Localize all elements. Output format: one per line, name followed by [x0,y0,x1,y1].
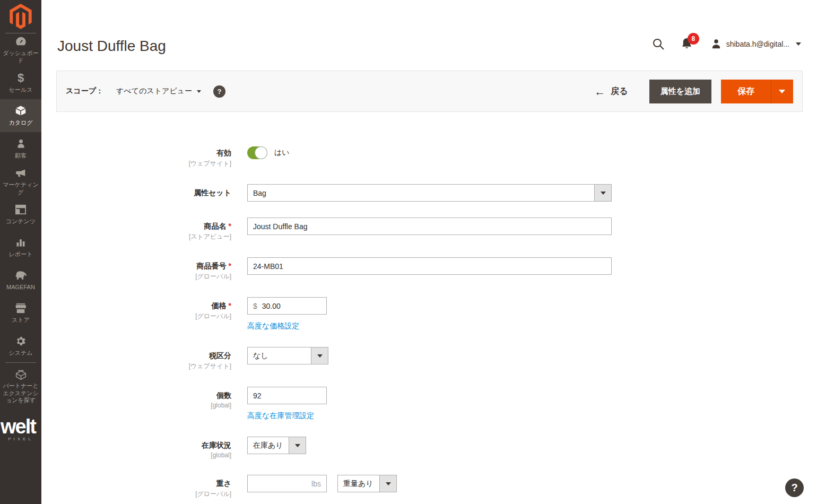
field-label: 税区分 [ウェブサイト] [41,347,247,371]
sidebar-item-catalog[interactable]: カタログ [0,99,41,132]
product-name-input[interactable] [247,218,612,235]
sidebar-item-label: 顧客 [14,152,27,160]
price-field: $ [247,297,327,315]
magento-logo-icon [10,4,32,29]
form-row-weight: 重さ [グローバル] lbs 重量あり [41,475,817,499]
page-actions-bar: スコープ： すべてのストアビュー ? ← 戻る 属性を追加 保存 [56,71,803,112]
store-view-scope-select[interactable]: すべてのストアビュー [116,86,201,96]
sidebar-item-label: パートナーとエクステンションを探す [1,383,41,404]
weight-type-select[interactable]: 重量あり [337,475,397,492]
page-header: Joust Duffle Bag 8 shibata.h@digita [41,0,817,71]
form-row-price: 価格* [グローバル] $ 高度な価格設定 [41,297,817,331]
chevron-down-icon [289,437,306,454]
bar-chart-icon [15,237,26,249]
form-row-enable: 有効 [ウェブサイト] はい [41,146,817,168]
main-content: Joust Duffle Bag 8 shibata.h@digita [41,0,817,504]
sidebar-item-marketing[interactable]: マーケティング [0,165,41,198]
action-buttons: ← 戻る 属性を追加 保存 [594,80,793,103]
sidebar-item-system[interactable]: システム [0,329,41,362]
advanced-inventory-link[interactable]: 高度な在庫管理設定 [247,411,314,421]
sidebar-item-label: システム [8,350,33,357]
scope-label: スコープ： [66,86,103,96]
sidebar-item-label: レポート [8,251,33,258]
sidebar-item-magefan[interactable]: MAGEFAN [0,264,41,297]
sidebar-item-label: ダッシュボード [0,50,41,65]
form-row-attribute-set: 属性セット Bag [41,184,817,202]
sku-input[interactable] [247,257,612,275]
sidebar-item-reports[interactable]: レポート [0,231,41,264]
required-mark: * [229,262,231,270]
save-button[interactable]: 保存 [721,80,771,103]
sidebar-item-label: セールス [8,86,33,94]
user-email: shibata.h@digital... [726,40,789,48]
dashboard-gauge-icon [15,36,27,48]
header-actions: 8 shibata.h@digital... [652,37,801,50]
field-label: 重さ [グローバル] [41,475,247,499]
product-edit-form: 有効 [ウェブサイト] はい 属性セット Bag [41,146,817,504]
quantity-field [247,387,327,404]
user-avatar-icon [711,38,722,50]
megaphone-icon [14,167,27,179]
price-input[interactable] [262,298,321,314]
chevron-down-icon [379,475,396,492]
quantity-input[interactable] [253,387,321,404]
enable-toggle[interactable] [247,146,267,159]
form-row-stock-status: 在庫状況 [global] 在庫あり [41,437,817,459]
page-title: Joust Duffle Bag [57,38,166,55]
person-icon [16,138,26,150]
notifications-bell-icon[interactable]: 8 [681,37,693,50]
field-label: 属性セット [41,184,247,202]
add-attribute-button[interactable]: 属性を追加 [649,80,711,103]
currency-prefix: $ [253,302,257,310]
layout-icon [15,204,27,216]
form-row-sku: 商品番号* [グローバル] [41,257,817,281]
storefront-icon [15,302,27,315]
field-label: 商品番号* [グローバル] [41,257,247,281]
back-arrow-icon: ← [594,86,605,97]
weight-input[interactable] [253,475,307,492]
tax-class-select[interactable]: なし [247,347,328,364]
admin-sidebar: ダッシュボード $ セールス カタログ 顧客 マーケ [0,0,41,504]
catalog-box-icon [15,105,27,117]
form-row-product-name: 商品名* [ストアビュー] [41,218,817,241]
chevron-down-icon [311,347,328,364]
sidebar-item-label: MAGEFAN [6,284,36,291]
field-label: 価格* [グローバル] [41,297,247,331]
back-button[interactable]: ← 戻る [594,86,628,97]
stock-status-select[interactable]: 在庫あり [247,437,306,454]
weltpixel-logo[interactable]: welt PIXEL [0,418,41,441]
magento-logo[interactable] [0,0,41,33]
sidebar-item-content[interactable]: コンテンツ [0,198,41,231]
sidebar-item-dashboard[interactable]: ダッシュボード [0,33,41,66]
elephant-icon [14,270,28,282]
save-options-toggle[interactable] [771,80,793,103]
field-label: 個数 [global] [41,387,247,421]
save-split-button: 保存 [721,80,793,103]
field-label: 商品名* [ストアビュー] [41,218,247,241]
toggle-knob [255,146,267,159]
sidebar-item-sales[interactable]: $ セールス [0,66,41,99]
form-row-quantity: 個数 [global] 高度な在庫管理設定 [41,387,817,421]
chevron-down-icon [594,185,611,201]
attribute-set-select[interactable]: Bag [247,184,612,202]
help-button[interactable]: ? [785,479,804,497]
search-icon[interactable] [652,38,665,50]
scope-help-icon[interactable]: ? [213,85,225,98]
required-mark: * [229,301,231,310]
sidebar-item-stores[interactable]: ストア [0,297,41,329]
sidebar-item-label: カタログ [8,119,33,127]
chevron-down-icon [796,42,801,46]
user-account-menu[interactable]: shibata.h@digital... [711,38,801,50]
weight-unit: lbs [311,480,321,488]
advanced-pricing-link[interactable]: 高度な価格設定 [247,321,299,331]
weltpixel-logo-text: welt [0,418,41,435]
required-mark: * [229,222,231,230]
sidebar-item-partners[interactable]: パートナーとエクステンションを探す [0,363,41,410]
lego-brick-icon [14,368,28,380]
sidebar-item-customers[interactable]: 顧客 [0,132,41,165]
gear-icon [15,335,27,347]
chevron-down-icon [197,90,201,93]
chevron-down-icon [779,90,785,93]
notification-count-badge: 8 [688,33,699,45]
field-label: 在庫状況 [global] [41,437,247,459]
